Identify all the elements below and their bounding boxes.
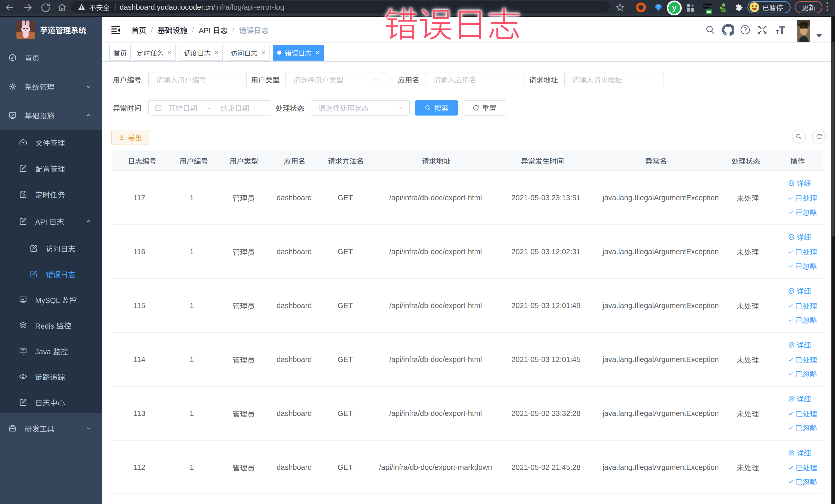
svg-text:on: on	[707, 10, 711, 14]
